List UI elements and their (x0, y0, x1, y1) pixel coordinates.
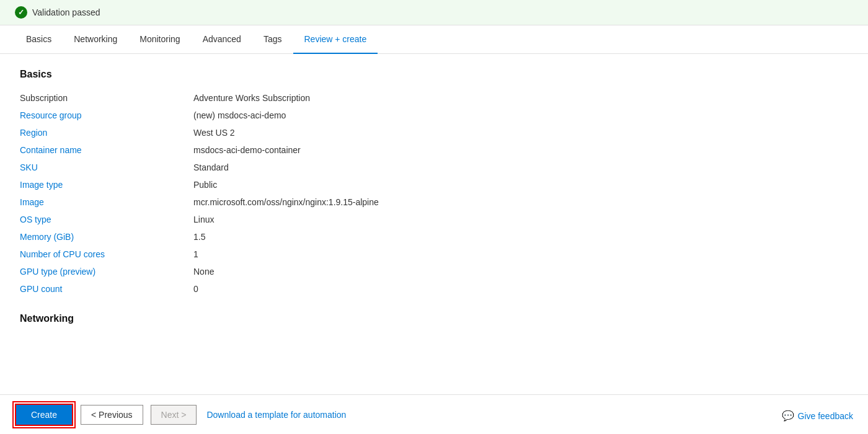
tab-tags[interactable]: Tags (252, 25, 293, 54)
label-image: Image (20, 197, 193, 207)
value-image-type: Public (193, 180, 217, 190)
field-cpu-cores: Number of CPU cores 1 (20, 246, 848, 264)
tab-advanced[interactable]: Advanced (192, 25, 252, 54)
value-gpu-count: 0 (193, 284, 198, 294)
value-region: West US 2 (193, 128, 235, 138)
field-region: Region West US 2 (20, 125, 848, 142)
label-gpu-type: GPU type (preview) (20, 267, 193, 277)
value-resource-group: (new) msdocs-aci-demo (193, 110, 286, 120)
value-os-type: Linux (193, 215, 214, 224)
field-image: Image mcr.microsoft.com/oss/nginx/nginx:… (20, 194, 848, 211)
label-memory: Memory (GiB) (20, 232, 193, 242)
value-sku: Standard (193, 162, 229, 172)
value-image: mcr.microsoft.com/oss/nginx/nginx:1.9.15… (193, 197, 379, 207)
feedback-label: Give feedback (798, 411, 854, 421)
give-feedback-button[interactable]: 💬 Give feedback (782, 410, 854, 422)
networking-section-heading: Networking (20, 313, 848, 324)
field-image-type: Image type Public (20, 177, 848, 194)
create-button[interactable]: Create (15, 404, 73, 426)
label-resource-group: Resource group (20, 110, 193, 120)
validation-banner: Validation passed (0, 0, 868, 25)
field-subscription: Subscription Adventure Works Subscriptio… (20, 90, 848, 107)
field-gpu-count: GPU count 0 (20, 281, 848, 298)
tab-basics[interactable]: Basics (15, 25, 63, 54)
next-button: Next > (151, 405, 197, 425)
label-gpu-count: GPU count (20, 284, 193, 294)
tab-networking[interactable]: Networking (63, 25, 128, 54)
feedback-icon: 💬 (782, 410, 794, 422)
tab-review-create[interactable]: Review + create (293, 25, 378, 54)
validation-text: Validation passed (32, 7, 100, 17)
field-gpu-type: GPU type (preview) None (20, 264, 848, 281)
label-subscription: Subscription (20, 93, 193, 103)
basics-section-heading: Basics (20, 69, 848, 80)
download-template-link[interactable]: Download a template for automation (206, 410, 346, 420)
validation-check-icon (15, 6, 27, 19)
value-gpu-type: None (193, 267, 214, 277)
bottom-toolbar: Create < Previous Next > Download a temp… (0, 394, 868, 434)
label-sku: SKU (20, 162, 193, 172)
previous-button[interactable]: < Previous (81, 405, 143, 425)
field-resource-group: Resource group (new) msdocs-aci-demo (20, 107, 848, 125)
value-subscription: Adventure Works Subscription (193, 93, 310, 103)
label-container-name: Container name (20, 145, 193, 155)
label-os-type: OS type (20, 215, 193, 224)
tab-navigation: Basics Networking Monitoring Advanced Ta… (0, 25, 868, 54)
label-cpu-cores: Number of CPU cores (20, 249, 193, 259)
value-cpu-cores: 1 (193, 249, 198, 259)
field-os-type: OS type Linux (20, 211, 848, 229)
label-image-type: Image type (20, 180, 193, 190)
label-region: Region (20, 128, 193, 138)
value-container-name: msdocs-aci-demo-container (193, 145, 301, 155)
field-container-name: Container name msdocs-aci-demo-container (20, 142, 848, 159)
main-content: Basics Subscription Adventure Works Subs… (0, 54, 868, 392)
tab-monitoring[interactable]: Monitoring (128, 25, 191, 54)
field-sku: SKU Standard (20, 159, 848, 177)
field-memory: Memory (GiB) 1.5 (20, 229, 848, 246)
value-memory: 1.5 (193, 232, 205, 242)
